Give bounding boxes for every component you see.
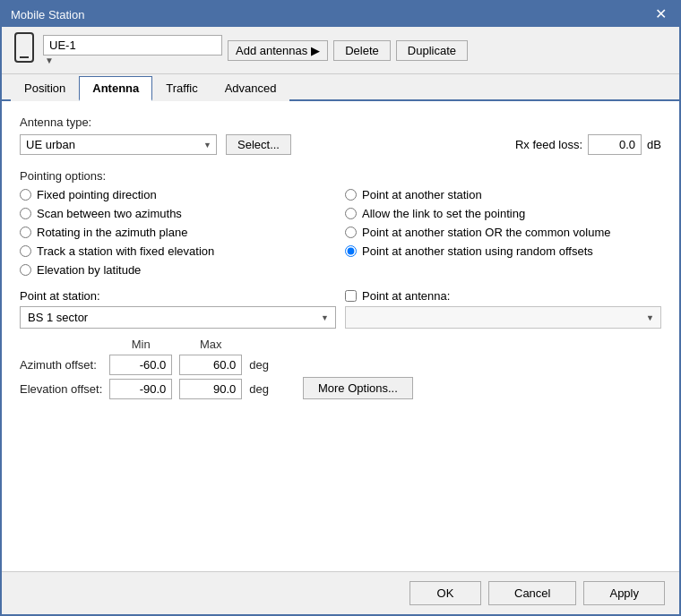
elevation-min-input[interactable] bbox=[109, 379, 172, 399]
radio-point-another-label[interactable]: Point at another station bbox=[362, 188, 482, 201]
tab-position[interactable]: Position bbox=[11, 76, 79, 101]
cancel-button[interactable]: Cancel bbox=[488, 581, 576, 605]
point-at-antenna-checkbox[interactable] bbox=[345, 290, 357, 302]
station-name-input[interactable] bbox=[43, 35, 222, 56]
radio-elevation-input[interactable] bbox=[20, 264, 31, 276]
device-icon bbox=[11, 32, 38, 68]
duplicate-button[interactable]: Duplicate bbox=[396, 40, 468, 61]
select-button[interactable]: Select... bbox=[226, 134, 291, 155]
antenna-type-select[interactable]: UE urban bbox=[20, 134, 217, 155]
point-at-station-label: Point at station: bbox=[20, 289, 336, 303]
radio-point-random-label[interactable]: Point at another station using random of… bbox=[362, 244, 593, 258]
pointing-options-section: Pointing options: Fixed pointing directi… bbox=[20, 169, 661, 277]
radio-elevation-label[interactable]: Elevation by latitude bbox=[37, 263, 141, 277]
elevation-label: Elevation offset: bbox=[20, 382, 102, 396]
more-options-button[interactable]: More Options... bbox=[303, 377, 413, 399]
radio-allow-link-input[interactable] bbox=[345, 208, 357, 219]
rx-feed-loss-label: Rx feed loss: bbox=[515, 138, 582, 151]
radio-point-random: Point at another station using random of… bbox=[345, 244, 661, 258]
elevation-unit: deg bbox=[249, 382, 269, 396]
radio-elevation: Elevation by latitude bbox=[20, 263, 336, 277]
elevation-max-input[interactable] bbox=[179, 379, 242, 399]
antenna-type-select-wrapper: UE urban bbox=[20, 134, 217, 155]
rx-feed-loss-unit: dB bbox=[647, 138, 661, 151]
apply-button[interactable]: Apply bbox=[583, 581, 665, 605]
delete-button[interactable]: Delete bbox=[333, 40, 391, 61]
azimuth-min-input[interactable] bbox=[109, 355, 172, 375]
radio-rotating-input[interactable] bbox=[20, 227, 31, 238]
tabs: Position Antenna Traffic Advanced bbox=[2, 76, 679, 101]
radio-rotating: Rotating in the azimuth plane bbox=[20, 226, 336, 239]
ok-button[interactable]: OK bbox=[409, 581, 481, 605]
radio-options-grid: Fixed pointing direction Point at anothe… bbox=[20, 188, 661, 277]
station-select[interactable]: BS 1 sector bbox=[20, 306, 336, 329]
title-bar: Mobile Station ✕ bbox=[2, 2, 679, 27]
point-at-antenna-label[interactable]: Point at antenna: bbox=[362, 289, 450, 303]
dialog-title: Mobile Station bbox=[11, 8, 84, 21]
radio-allow-link-label[interactable]: Allow the link to set the pointing bbox=[362, 207, 525, 220]
radio-fixed: Fixed pointing direction bbox=[20, 188, 336, 201]
radio-scan-label[interactable]: Scan between two azimuths bbox=[37, 207, 182, 220]
close-button[interactable]: ✕ bbox=[651, 7, 670, 21]
radio-fixed-input[interactable] bbox=[20, 189, 31, 201]
radio-point-common: Point at another station OR the common v… bbox=[345, 226, 661, 239]
point-section: Point at station: BS 1 sector Point at a… bbox=[20, 289, 661, 329]
radio-track-label[interactable]: Track a station with fixed elevation bbox=[37, 244, 214, 258]
radio-rotating-label[interactable]: Rotating in the azimuth plane bbox=[37, 226, 187, 239]
min-header: Min bbox=[109, 338, 172, 351]
toolbar: ▼ Add antennas ▶ Delete Duplicate bbox=[2, 27, 679, 74]
pointing-options-label: Pointing options: bbox=[20, 169, 661, 183]
station-select-wrapper: BS 1 sector bbox=[20, 306, 336, 329]
antenna-select-wrapper: ▼ bbox=[345, 306, 661, 329]
radio-point-another-input[interactable] bbox=[345, 189, 357, 201]
offsets-section: Min Max Azimuth offset: deg Elevation of… bbox=[20, 338, 661, 399]
antenna-type-label: Antenna type: bbox=[20, 116, 661, 129]
mobile-station-dialog: Mobile Station ✕ ▼ Add antennas ▶ Delete… bbox=[0, 0, 681, 616]
antenna-select[interactable] bbox=[345, 306, 661, 329]
max-header: Max bbox=[179, 338, 242, 351]
radio-track-input[interactable] bbox=[20, 245, 31, 257]
radio-track: Track a station with fixed elevation bbox=[20, 244, 336, 258]
tab-antenna[interactable]: Antenna bbox=[79, 76, 152, 101]
radio-allow-link: Allow the link to set the pointing bbox=[345, 207, 661, 220]
point-at-station: Point at station: BS 1 sector bbox=[20, 289, 336, 329]
radio-fixed-label[interactable]: Fixed pointing direction bbox=[37, 188, 157, 201]
antenna-type-row: UE urban Select... Rx feed loss: dB bbox=[20, 134, 661, 155]
name-dropdown-group: ▼ bbox=[43, 35, 222, 65]
rx-feed-row: Rx feed loss: dB bbox=[515, 134, 661, 155]
toolbar-left: ▼ Add antennas ▶ Delete Duplicate bbox=[11, 32, 468, 68]
radio-scan: Scan between two azimuths bbox=[20, 207, 336, 220]
name-dropdown-arrow[interactable]: ▼ bbox=[45, 56, 54, 65]
point-at-antenna: Point at antenna: ▼ bbox=[345, 289, 661, 329]
radio-point-random-input[interactable] bbox=[345, 245, 357, 257]
radio-point-common-label[interactable]: Point at another station OR the common v… bbox=[362, 226, 610, 239]
tab-traffic[interactable]: Traffic bbox=[152, 76, 211, 101]
footer: OK Cancel Apply bbox=[2, 571, 679, 614]
radio-scan-input[interactable] bbox=[20, 208, 31, 219]
offsets-table: Min Max Azimuth offset: deg Elevation of… bbox=[20, 338, 276, 399]
content-area: Antenna type: UE urban Select... Rx feed… bbox=[2, 101, 679, 571]
rx-feed-loss-input[interactable] bbox=[588, 134, 642, 155]
add-antennas-label: Add antennas bbox=[236, 44, 307, 57]
add-antennas-button[interactable]: Add antennas ▶ bbox=[228, 40, 328, 61]
offsets-grid: Min Max Azimuth offset: deg Elevation of… bbox=[20, 338, 276, 399]
add-antennas-arrow: ▶ bbox=[311, 44, 320, 57]
radio-point-common-input[interactable] bbox=[345, 227, 357, 238]
azimuth-max-input[interactable] bbox=[179, 355, 242, 375]
point-at-antenna-header: Point at antenna: bbox=[345, 289, 661, 303]
azimuth-unit: deg bbox=[249, 358, 269, 372]
radio-point-another: Point at another station bbox=[345, 188, 661, 201]
azimuth-label: Azimuth offset: bbox=[20, 358, 102, 372]
tab-advanced[interactable]: Advanced bbox=[211, 76, 290, 101]
